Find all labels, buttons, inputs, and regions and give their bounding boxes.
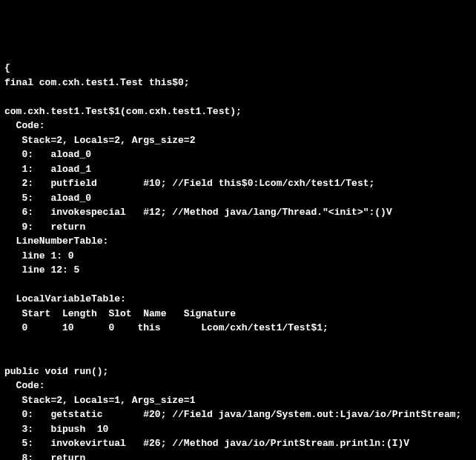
terminal-line: 5: aload_0 bbox=[4, 191, 472, 206]
terminal-line: 5: invokevirtual #26; //Method java/io/P… bbox=[4, 436, 472, 451]
terminal-line: 9: return bbox=[4, 220, 472, 235]
terminal-line: line 12: 5 bbox=[4, 263, 472, 278]
terminal-line bbox=[4, 278, 472, 293]
terminal-line: 0 10 0 this Lcom/cxh/test1/Test$1; bbox=[4, 321, 472, 336]
terminal-line: 8: return bbox=[4, 451, 472, 461]
terminal-line: Code: bbox=[4, 119, 472, 133]
terminal-line: LocalVariableTable: bbox=[4, 292, 472, 307]
terminal-line: 3: bipush 10 bbox=[4, 422, 472, 437]
terminal-line bbox=[4, 336, 472, 350]
terminal-line bbox=[4, 90, 472, 104]
terminal-line: 1: aload_1 bbox=[4, 162, 472, 177]
terminal-line: Start Length Slot Name Signature bbox=[4, 307, 472, 321]
terminal-line: 2: putfield #10; //Field this$0:Lcom/cxh… bbox=[4, 176, 472, 191]
terminal-line: LineNumberTable: bbox=[4, 234, 472, 249]
terminal-line: 6: invokespecial #12; //Method java/lang… bbox=[4, 205, 472, 220]
terminal-line: 0: aload_0 bbox=[4, 147, 472, 162]
terminal-line: 0: getstatic #20; //Field java/lang/Syst… bbox=[4, 407, 472, 422]
terminal-line: com.cxh.test1.Test$1(com.cxh.test1.Test)… bbox=[4, 104, 472, 119]
terminal-line: final com.cxh.test1.Test this$0; bbox=[4, 76, 472, 90]
terminal-line: { bbox=[4, 61, 472, 76]
terminal-line: Stack=2, Locals=1, Args_size=1 bbox=[4, 393, 472, 408]
terminal-line: Code: bbox=[4, 379, 472, 393]
terminal-line bbox=[4, 350, 472, 364]
terminal-line: line 1: 0 bbox=[4, 249, 472, 264]
terminal-line: Stack=2, Locals=2, Args_size=2 bbox=[4, 133, 472, 148]
terminal-line: public void run(); bbox=[4, 364, 472, 379]
terminal-output: {final com.cxh.test1.Test this$0; com.cx… bbox=[4, 61, 472, 460]
